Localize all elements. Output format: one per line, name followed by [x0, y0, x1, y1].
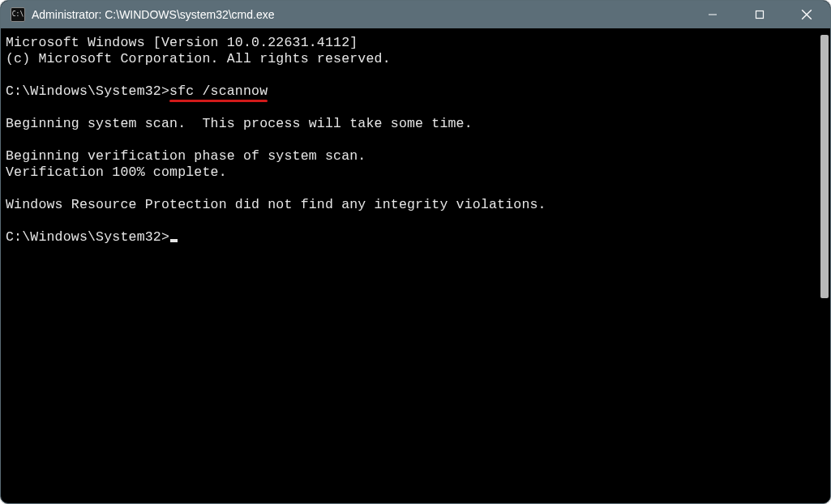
vertical-scrollbar[interactable] — [817, 28, 830, 503]
console-output[interactable]: Microsoft Windows [Version 10.0.22631.41… — [1, 28, 817, 503]
client-area: Microsoft Windows [Version 10.0.22631.41… — [1, 28, 830, 503]
output-line: Windows Resource Protection did not find… — [6, 197, 546, 212]
output-line: (c) Microsoft Corporation. All rights re… — [6, 51, 391, 66]
maximize-icon — [755, 10, 765, 19]
output-line: Beginning system scan. This process will… — [6, 116, 473, 131]
window-controls — [689, 1, 830, 28]
window-title: Administrator: C:\WINDOWS\system32\cmd.e… — [32, 8, 689, 21]
close-icon — [801, 9, 812, 20]
minimize-icon — [708, 10, 717, 19]
output-line: Beginning verification phase of system s… — [6, 148, 366, 164]
svg-rect-1 — [756, 11, 764, 19]
minimize-button[interactable] — [689, 1, 736, 28]
prompt-prefix: C:\Windows\System32> — [6, 229, 169, 245]
cmd-window: C:\ Administrator: C:\WINDOWS\system32\c… — [0, 0, 831, 504]
maximize-button[interactable] — [736, 1, 783, 28]
entered-command: sfc /scannow — [169, 83, 268, 100]
scroll-thumb[interactable] — [820, 35, 829, 298]
title-bar[interactable]: C:\ Administrator: C:\WINDOWS\system32\c… — [1, 1, 830, 28]
close-button[interactable] — [783, 1, 830, 28]
output-line: Microsoft Windows [Version 10.0.22631.41… — [6, 35, 358, 50]
prompt-prefix: C:\Windows\System32> — [6, 83, 169, 99]
text-cursor — [170, 239, 178, 242]
cmd-icon: C:\ — [11, 7, 25, 22]
output-line: Verification 100% complete. — [6, 164, 227, 180]
